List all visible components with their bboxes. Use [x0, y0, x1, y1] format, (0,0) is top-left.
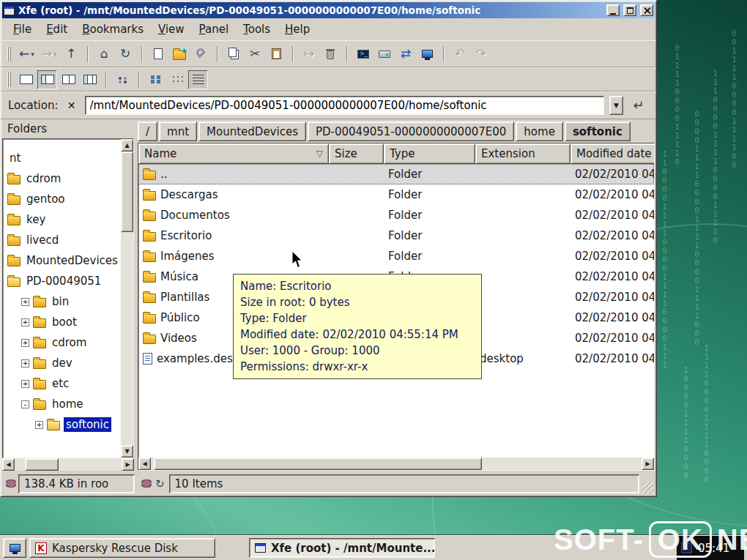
clear-location-icon[interactable]: ✕ — [64, 97, 80, 113]
tree-item-etc[interactable]: +etc — [3, 373, 121, 394]
refresh-status-icon[interactable]: ↻ — [155, 477, 165, 490]
column-header-type[interactable]: Type — [384, 143, 475, 164]
scroll-left-icon[interactable]: ◀ — [2, 458, 15, 471]
scroll-right-icon[interactable]: ▶ — [642, 458, 654, 470]
column-header-extension[interactable]: Extension — [475, 143, 571, 164]
breadcrumb-softonic[interactable]: softonic — [565, 122, 631, 141]
scrollbar-track[interactable] — [15, 458, 122, 471]
tree-item-softonic[interactable]: +softonic — [3, 414, 121, 435]
tree-item-cdrom[interactable]: cdrom — [3, 168, 121, 189]
menu-file[interactable]: File — [7, 20, 38, 38]
location-dropdown-icon[interactable]: ▼ — [609, 96, 623, 115]
file-row[interactable]: DocumentosFolder02/02/2010 04 — [138, 205, 654, 225]
expander-icon[interactable]: + — [21, 380, 29, 388]
breadcrumb-mnt[interactable]: mnt — [159, 122, 197, 141]
swap-panels-button[interactable]: ⇄ — [396, 45, 416, 64]
go-location-icon[interactable]: ↵ — [628, 96, 649, 115]
breadcrumb-root[interactable]: / — [138, 122, 157, 141]
computer-button[interactable] — [417, 45, 437, 64]
expander-icon[interactable]: + — [21, 359, 29, 367]
file-row[interactable]: ..Folder02/02/2010 04 — [138, 164, 654, 184]
tree-item-pd-00049051[interactable]: PD-00049051 — [3, 271, 121, 291]
list-horizontal-scrollbar[interactable]: ◀ ▶ — [138, 458, 654, 470]
expander-icon[interactable]: + — [21, 298, 29, 306]
tree-item-cdrom[interactable]: +cdrom — [3, 332, 121, 353]
close-icon — [643, 7, 651, 15]
tree-vertical-scrollbar[interactable]: ▲ ▼ — [121, 139, 133, 458]
scrollbar-thumb[interactable] — [25, 458, 59, 471]
close-button[interactable] — [640, 4, 653, 16]
detail-view-button[interactable] — [188, 70, 208, 89]
scrollbar-track[interactable] — [121, 152, 133, 445]
cut-button[interactable]: ✂ — [245, 45, 265, 64]
expander-icon[interactable]: + — [21, 339, 29, 347]
tree-item-key[interactable]: key — [3, 209, 121, 230]
small-icons-view-button[interactable] — [167, 70, 187, 89]
scrollbar-thumb[interactable] — [121, 152, 133, 232]
file-row[interactable]: ImágenesFolder02/02/2010 04 — [138, 246, 654, 266]
one-panel-view-button[interactable] — [16, 70, 36, 89]
home-button[interactable]: ⌂ — [94, 45, 114, 64]
expander-icon[interactable]: - — [21, 400, 29, 408]
back-button[interactable]: ←▾ — [16, 45, 37, 64]
menu-help[interactable]: Help — [278, 20, 316, 38]
column-header-name[interactable]: Name▽ — [138, 143, 329, 164]
forward-button[interactable]: →▾ — [39, 45, 60, 64]
scroll-left-icon[interactable]: ◀ — [138, 458, 151, 470]
scroll-up-icon[interactable]: ▲ — [121, 139, 133, 152]
big-icons-view-button[interactable] — [146, 70, 166, 89]
breadcrumb-mounteddevices[interactable]: MountedDevices — [198, 122, 306, 141]
tree-item-livecd[interactable]: livecd — [3, 230, 121, 250]
scrollbar-track[interactable] — [151, 458, 642, 470]
mount-button[interactable] — [375, 45, 395, 64]
tree-item-nt[interactable]: nt — [3, 148, 121, 168]
tree-horizontal-scrollbar[interactable]: ◀ ▶ — [2, 458, 134, 471]
tools-button[interactable] — [191, 45, 211, 64]
new-file-button[interactable] — [149, 45, 168, 64]
undo-button[interactable]: ↶ — [450, 45, 470, 64]
redo-button[interactable]: ↷ — [472, 45, 491, 64]
refresh-button[interactable]: ↻ — [116, 45, 135, 64]
menu-tools[interactable]: Tools — [237, 20, 277, 38]
two-panels-view-button[interactable] — [59, 70, 78, 89]
copy-button[interactable] — [224, 45, 244, 64]
location-input[interactable] — [85, 96, 605, 115]
paste-button[interactable] — [267, 45, 286, 64]
expander-icon[interactable]: + — [35, 421, 43, 429]
tree-item-bin[interactable]: +bin — [3, 291, 121, 312]
tree-item-gentoo[interactable]: gentoo — [3, 189, 121, 209]
menu-edit[interactable]: Edit — [40, 20, 74, 38]
terminal-button[interactable] — [354, 45, 374, 64]
breadcrumb-home[interactable]: home — [516, 122, 563, 141]
expander-icon[interactable]: + — [21, 318, 29, 326]
taskbar-task-kaspersky[interactable]: Kaspersky Rescue Disk — [29, 538, 215, 558]
column-header-modified-date[interactable]: Modified date — [571, 143, 654, 164]
taskbar-task-xfe[interactable]: Xfe (root) - /mnt/Mounte... — [249, 538, 435, 558]
scroll-down-icon[interactable]: ▼ — [121, 445, 133, 458]
titlebar[interactable]: Xfe (root) - /mnt/MountedDevices/PD-0004… — [2, 2, 655, 18]
file-row[interactable]: EscritorioFolder02/02/2010 04 — [138, 225, 654, 246]
scrollbar-thumb[interactable] — [154, 458, 482, 470]
resize-grip[interactable] — [642, 482, 653, 493]
tree-two-panels-view-button[interactable] — [80, 70, 100, 89]
move-button[interactable]: ↦ — [300, 45, 319, 64]
file-row[interactable]: DescargasFolder02/02/2010 04 — [138, 184, 654, 205]
tree-item-mounteddevices[interactable]: MountedDevices — [3, 250, 121, 271]
show-hidden-files-button[interactable] — [113, 70, 133, 89]
start-button[interactable] — [3, 538, 26, 558]
maximize-button[interactable] — [623, 4, 636, 16]
tree-item-home[interactable]: -home — [3, 394, 121, 414]
up-button[interactable]: ↑ — [62, 45, 81, 64]
menu-bookmarks[interactable]: Bookmarks — [75, 20, 150, 38]
breadcrumb-pd-00049051-0000000000007e00[interactable]: PD-00049051-0000000000007E00 — [308, 122, 514, 141]
menu-panel[interactable]: Panel — [193, 20, 235, 38]
new-folder-button[interactable] — [170, 45, 190, 64]
menu-view[interactable]: View — [152, 20, 191, 38]
column-header-size[interactable]: Size — [329, 143, 384, 164]
tree-panel-view-button[interactable] — [37, 70, 57, 89]
minimize-button[interactable] — [606, 4, 620, 16]
delete-button[interactable] — [321, 45, 341, 64]
scroll-right-icon[interactable]: ▶ — [122, 458, 134, 471]
tree-item-dev[interactable]: +dev — [3, 353, 121, 373]
tree-item-boot[interactable]: +boot — [3, 312, 121, 332]
